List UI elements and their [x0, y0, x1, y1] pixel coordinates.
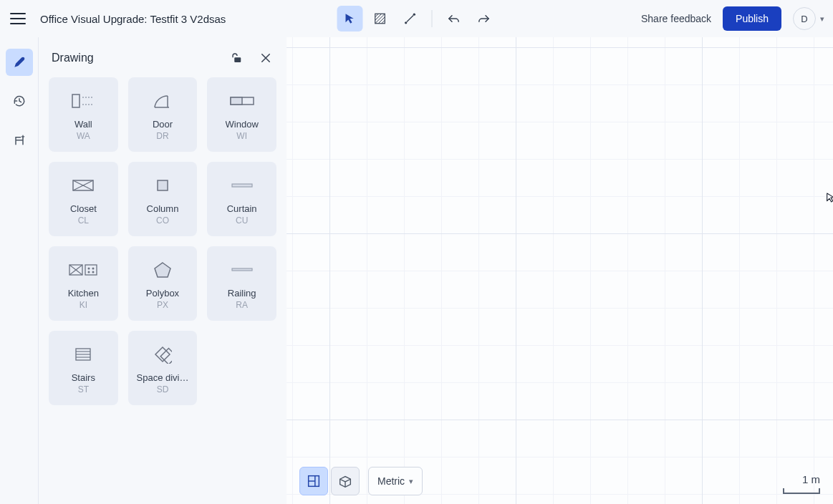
scale-bar-icon	[783, 488, 820, 494]
tool-code: WA	[77, 131, 90, 141]
tool-code: WI	[236, 131, 247, 141]
tool-label: Window	[226, 119, 259, 130]
panel-title: Drawing	[52, 52, 94, 64]
tool-closet[interactable]: Closet CL	[49, 162, 118, 236]
svg-point-1	[405, 21, 407, 24]
tool-kitchen[interactable]: Kitchen KI	[49, 246, 118, 321]
svg-marker-24	[155, 263, 170, 277]
railing-icon	[225, 258, 259, 282]
undo-icon	[446, 11, 461, 26]
menu-button[interactable]	[9, 9, 27, 28]
line-icon	[403, 11, 417, 26]
redo-icon	[476, 11, 491, 26]
tool-code: DR	[156, 131, 168, 141]
tool-grid: Wall WA Door DR Window WI	[49, 77, 276, 405]
share-feedback-link[interactable]: Share feedback	[641, 13, 711, 24]
tool-code: CU	[236, 215, 248, 226]
canvas-grid	[287, 37, 833, 504]
tool-label: Closet	[70, 203, 97, 214]
svg-line-3	[406, 15, 413, 21]
drawing-panel: Drawing W	[39, 37, 287, 504]
units-select[interactable]: Metric ▾	[368, 467, 423, 495]
units-label: Metric	[377, 475, 405, 487]
furniture-icon	[12, 132, 27, 147]
svg-rect-25	[232, 268, 252, 271]
svg-rect-19	[85, 265, 97, 275]
draw-mode-button[interactable]	[6, 49, 33, 76]
bottom-bar: Metric ▾	[299, 467, 423, 495]
top-bar: Office Visual Upgrade: Testfit 3 V2dsas	[0, 0, 833, 37]
svg-point-22	[88, 271, 90, 273]
furniture-button[interactable]	[6, 126, 33, 153]
wall-icon	[66, 89, 100, 113]
line-tool[interactable]	[397, 6, 423, 32]
tool-railing[interactable]: Railing RA	[207, 246, 276, 321]
tool-label: Polybox	[146, 288, 179, 299]
document-title: Office Visual Upgrade: Testfit 3 V2dsas	[40, 13, 226, 25]
close-panel-button[interactable]	[258, 50, 274, 66]
curtain-icon	[225, 173, 259, 198]
hatch-tool[interactable]	[367, 6, 393, 32]
svg-point-23	[92, 271, 95, 273]
tool-code: RA	[236, 300, 248, 310]
tool-code: SD	[157, 384, 169, 394]
tool-polybox[interactable]: Polybox PX	[128, 246, 198, 321]
column-icon	[145, 173, 180, 198]
chevron-down-icon: ▾	[820, 14, 824, 24]
history-icon	[12, 94, 27, 108]
tool-wall[interactable]: Wall WA	[49, 77, 118, 152]
tool-curtain[interactable]: Curtain CU	[207, 162, 276, 236]
canvas[interactable]: Metric ▾ 1 m	[287, 37, 833, 504]
panel-header: Drawing	[49, 50, 276, 66]
history-button[interactable]	[6, 87, 33, 115]
svg-rect-10	[231, 97, 242, 105]
view-toggle	[299, 467, 360, 495]
tool-label: Column	[147, 203, 179, 214]
select-tool[interactable]	[337, 6, 362, 32]
view-2d-button[interactable]	[299, 467, 328, 495]
tool-label: Stairs	[72, 372, 95, 383]
view-3d-button[interactable]	[331, 467, 360, 495]
tool-space-divider[interactable]: Space divi… SD	[128, 331, 198, 405]
tool-stairs[interactable]: Stairs ST	[49, 331, 118, 405]
tool-code: ST	[78, 384, 89, 394]
cube-icon	[337, 473, 353, 489]
toolbar-divider	[431, 10, 432, 27]
tool-column[interactable]: Column CO	[128, 162, 198, 236]
svg-rect-5	[72, 94, 80, 107]
polybox-icon	[145, 258, 180, 282]
tool-code: CO	[156, 215, 169, 226]
close-icon	[259, 52, 272, 64]
chevron-down-icon: ▾	[409, 477, 413, 486]
tool-label: Wall	[74, 119, 92, 130]
tool-door[interactable]: Door DR	[128, 77, 198, 152]
kitchen-icon	[66, 258, 100, 282]
svg-point-2	[413, 14, 415, 16]
tool-window[interactable]: Window WI	[207, 77, 276, 152]
unlock-button[interactable]	[229, 50, 245, 66]
tool-code: CL	[78, 215, 89, 226]
user-menu[interactable]: D ▾	[793, 7, 824, 30]
right-cluster: Share feedback Publish D ▾	[641, 6, 824, 31]
tool-label: Curtain	[227, 203, 257, 214]
hatch-icon	[373, 12, 386, 25]
scale-label: 1 m	[783, 473, 820, 485]
tool-label: Door	[153, 119, 173, 130]
tool-label: Kitchen	[68, 288, 99, 299]
tool-label: Space divi…	[137, 372, 189, 383]
svg-point-20	[88, 267, 90, 269]
scale-indicator: 1 m	[783, 473, 820, 494]
stairs-icon	[66, 342, 100, 367]
left-rail	[0, 37, 39, 504]
avatar: D	[793, 7, 816, 30]
closet-icon	[66, 173, 100, 198]
undo-button[interactable]	[440, 6, 466, 32]
space-divider-icon	[145, 342, 180, 367]
redo-button[interactable]	[471, 6, 496, 32]
svg-rect-4	[234, 57, 241, 62]
svg-rect-14	[158, 180, 168, 190]
svg-rect-15	[232, 184, 252, 187]
publish-button[interactable]: Publish	[723, 6, 781, 31]
tool-label: Railing	[228, 288, 256, 299]
plan-icon	[306, 473, 322, 489]
